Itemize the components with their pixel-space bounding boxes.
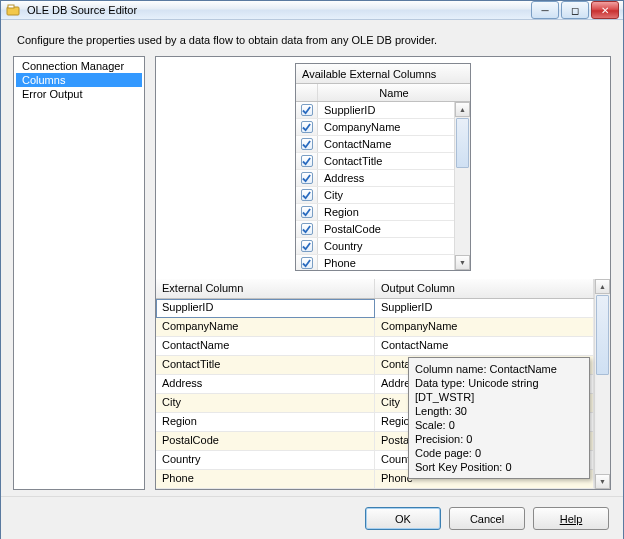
- available-columns-header: Available External Columns: [296, 64, 470, 84]
- output-column-cell[interactable]: CompanyName: [375, 318, 594, 337]
- maximize-button[interactable]: ◻: [561, 1, 589, 19]
- grid-row[interactable]: SupplierIDSupplierID: [156, 299, 594, 318]
- external-column-cell[interactable]: PostalCode: [156, 432, 375, 451]
- app-icon: [5, 2, 21, 18]
- window-title: OLE DB Source Editor: [27, 4, 531, 16]
- scroll-down-button[interactable]: ▼: [455, 255, 470, 270]
- available-column-row[interactable]: City: [296, 187, 454, 204]
- column-name: Region: [318, 206, 454, 218]
- help-button[interactable]: Help: [533, 507, 609, 530]
- available-column-row[interactable]: ContactName: [296, 136, 454, 153]
- sidebar-item-columns[interactable]: Columns: [16, 73, 142, 87]
- available-column-row[interactable]: Region: [296, 204, 454, 221]
- column-name: Country: [318, 240, 454, 252]
- scroll-thumb[interactable]: [596, 295, 609, 375]
- external-column-cell[interactable]: City: [156, 394, 375, 413]
- column-checkbox[interactable]: [301, 172, 313, 184]
- column-tooltip: Column name: ContactNameData type: Unico…: [408, 357, 590, 479]
- scroll-thumb[interactable]: [456, 118, 469, 168]
- column-checkbox[interactable]: [301, 121, 313, 133]
- output-column-cell[interactable]: ContactName: [375, 337, 594, 356]
- sidebar-item-connection-manager[interactable]: Connection Manager: [16, 59, 142, 73]
- svg-rect-1: [8, 5, 14, 8]
- scroll-down-button[interactable]: ▼: [595, 474, 610, 489]
- available-column-row[interactable]: Address: [296, 170, 454, 187]
- tooltip-line: Column name: ContactName: [415, 362, 583, 376]
- page-selector: Connection ManagerColumnsError Output: [13, 56, 145, 490]
- list-scrollbar[interactable]: ▲ ▼: [454, 102, 470, 270]
- titlebar[interactable]: OLE DB Source Editor ─ ◻ ✕: [1, 1, 623, 20]
- column-name: SupplierID: [318, 104, 454, 116]
- output-column-cell[interactable]: SupplierID: [375, 299, 594, 318]
- column-checkbox[interactable]: [301, 189, 313, 201]
- cancel-button[interactable]: Cancel: [449, 507, 525, 530]
- tooltip-line: Length: 30: [415, 404, 583, 418]
- column-checkbox[interactable]: [301, 240, 313, 252]
- button-row: OK Cancel Help: [1, 496, 623, 539]
- checkbox-column-header[interactable]: [296, 84, 318, 101]
- available-column-row[interactable]: CompanyName: [296, 119, 454, 136]
- external-column-cell[interactable]: Country: [156, 451, 375, 470]
- tooltip-line: Precision: 0: [415, 432, 583, 446]
- grid-header-output[interactable]: Output Column: [375, 279, 594, 298]
- external-column-cell[interactable]: ContactName: [156, 337, 375, 356]
- column-name: Address: [318, 172, 454, 184]
- column-name: Phone: [318, 257, 454, 269]
- column-name: ContactName: [318, 138, 454, 150]
- ok-button[interactable]: OK: [365, 507, 441, 530]
- close-button[interactable]: ✕: [591, 1, 619, 19]
- available-column-row[interactable]: Country: [296, 238, 454, 255]
- column-checkbox[interactable]: [301, 223, 313, 235]
- column-checkbox[interactable]: [301, 138, 313, 150]
- dialog-window: OLE DB Source Editor ─ ◻ ✕ Configure the…: [0, 0, 624, 539]
- tooltip-line: Sort Key Position: 0: [415, 460, 583, 474]
- external-column-cell[interactable]: Phone: [156, 470, 375, 489]
- column-checkbox[interactable]: [301, 104, 313, 116]
- external-column-cell[interactable]: Region: [156, 413, 375, 432]
- grid-row[interactable]: ContactNameContactName: [156, 337, 594, 356]
- column-name: PostalCode: [318, 223, 454, 235]
- external-column-cell[interactable]: ContactTitle: [156, 356, 375, 375]
- sidebar-item-error-output[interactable]: Error Output: [16, 87, 142, 101]
- tooltip-line: Data type: Unicode string [DT_WSTR]: [415, 376, 583, 404]
- tooltip-line: Scale: 0: [415, 418, 583, 432]
- available-column-row[interactable]: ContactTitle: [296, 153, 454, 170]
- column-name: City: [318, 189, 454, 201]
- main-panel: Available External Columns Name Supplier…: [155, 56, 611, 490]
- name-column-header[interactable]: Name: [318, 84, 470, 101]
- available-column-row[interactable]: PostalCode: [296, 221, 454, 238]
- column-name: ContactTitle: [318, 155, 454, 167]
- available-column-row[interactable]: Phone: [296, 255, 454, 270]
- grid-header-external[interactable]: External Column: [156, 279, 375, 298]
- column-name: CompanyName: [318, 121, 454, 133]
- minimize-button[interactable]: ─: [531, 1, 559, 19]
- external-column-cell[interactable]: SupplierID: [156, 299, 375, 318]
- tooltip-line: Code page: 0: [415, 446, 583, 460]
- external-column-cell[interactable]: CompanyName: [156, 318, 375, 337]
- available-column-row[interactable]: SupplierID: [296, 102, 454, 119]
- scroll-up-button[interactable]: ▲: [595, 279, 610, 294]
- column-checkbox[interactable]: [301, 206, 313, 218]
- help-button-label: Help: [560, 513, 583, 525]
- column-checkbox[interactable]: [301, 257, 313, 269]
- available-columns-list: Available External Columns Name Supplier…: [295, 63, 471, 271]
- column-checkbox[interactable]: [301, 155, 313, 167]
- grid-scrollbar[interactable]: ▲ ▼: [594, 279, 610, 489]
- scroll-up-button[interactable]: ▲: [455, 102, 470, 117]
- external-column-cell[interactable]: Address: [156, 375, 375, 394]
- description-text: Configure the properties used by a data …: [1, 20, 623, 56]
- grid-row[interactable]: CompanyNameCompanyName: [156, 318, 594, 337]
